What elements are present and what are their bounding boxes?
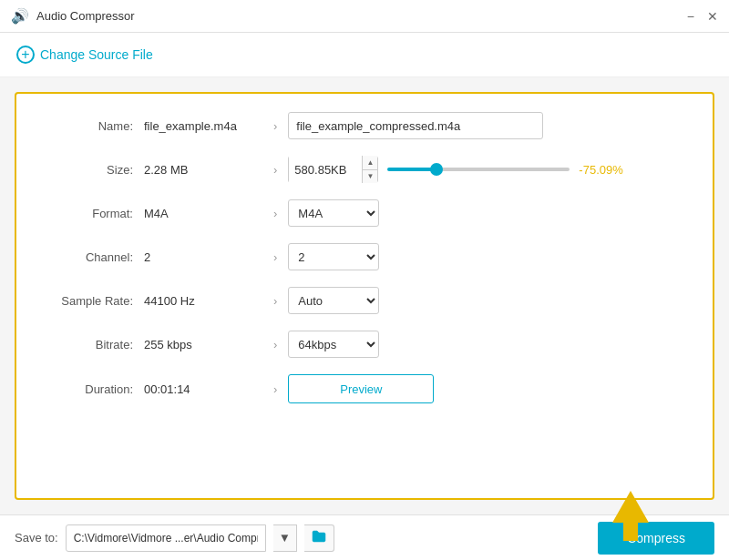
minimize-button[interactable]: − [687, 10, 694, 23]
sample-rate-select[interactable]: Auto 8000 Hz 11025 Hz 22050 Hz 44100 Hz … [288, 287, 379, 314]
spinner-up-button[interactable]: ▲ [363, 156, 377, 170]
preview-button[interactable]: Preview [288, 374, 434, 403]
sample-rate-input-area: Auto 8000 Hz 11025 Hz 22050 Hz 44100 Hz … [288, 287, 685, 314]
name-input-area [288, 112, 685, 139]
format-arrow-icon: › [273, 207, 277, 220]
sample-rate-original: 44100 Hz [144, 294, 262, 308]
format-select[interactable]: M4A MP3 AAC FLAC WAV [288, 199, 379, 227]
toolbar: + Change Source File [0, 33, 729, 77]
sample-rate-arrow-icon: › [273, 294, 277, 308]
sample-rate-label: Sample Rate: [44, 294, 144, 308]
bitrate-arrow-icon: › [273, 338, 277, 351]
name-label: Name: [44, 119, 144, 133]
folder-icon [312, 530, 326, 545]
duration-arrow-icon: › [273, 382, 277, 396]
bitrate-label: Bitrate: [44, 338, 144, 351]
app-title: Audio Compressor [36, 9, 135, 23]
size-slider[interactable] [387, 168, 570, 171]
title-bar-left: 🔊 Audio Compressor [11, 7, 135, 25]
change-source-label: Change Source File [40, 47, 153, 62]
duration-input-area: Preview [288, 374, 685, 403]
title-bar-controls: − ✕ [687, 10, 718, 23]
big-arrow-indicator [603, 491, 658, 557]
format-input-area: M4A MP3 AAC FLAC WAV [288, 199, 685, 227]
size-arrow-icon: › [273, 163, 277, 177]
channel-arrow-icon: › [273, 250, 277, 264]
save-path-dropdown-button[interactable]: ▼ [273, 524, 297, 552]
size-original: 2.28 MB [144, 163, 262, 177]
format-label: Format: [44, 207, 144, 220]
main-content: Name: file_example.m4a › Size: 2.28 MB ›… [0, 77, 729, 514]
size-input-area: ▲ ▼ -75.09% [288, 156, 685, 183]
size-label: Size: [44, 163, 144, 177]
plus-circle-icon: + [16, 46, 35, 64]
format-row: Format: M4A › M4A MP3 AAC FLAC WAV [44, 199, 685, 227]
title-bar: 🔊 Audio Compressor − ✕ [0, 0, 729, 33]
size-slider-wrap: -75.09% [387, 163, 685, 177]
bitrate-input-area: 64kbps 128kbps 192kbps 256kbps 320kbps [288, 331, 685, 358]
bottom-left: Save to: ▼ [15, 524, 334, 552]
svg-marker-0 [612, 491, 649, 541]
name-original: file_example.m4a [144, 119, 262, 133]
close-button[interactable]: ✕ [707, 10, 718, 23]
channel-input-area: 1 2 [288, 243, 685, 270]
save-path-folder-button[interactable] [304, 524, 334, 552]
chevron-down-icon: ▼ [279, 531, 291, 545]
bitrate-original: 255 kbps [144, 338, 262, 351]
sample-rate-row: Sample Rate: 44100 Hz › Auto 8000 Hz 110… [44, 287, 685, 314]
name-arrow-icon: › [273, 119, 277, 133]
file-card: Name: file_example.m4a › Size: 2.28 MB ›… [15, 92, 714, 500]
size-spinner: ▲ ▼ [288, 156, 378, 183]
name-row: Name: file_example.m4a › [44, 112, 685, 139]
channel-label: Channel: [44, 250, 144, 264]
spinner-down-button[interactable]: ▼ [363, 170, 377, 184]
format-original: M4A [144, 207, 262, 220]
save-path-input[interactable] [66, 524, 266, 552]
duration-row: Duration: 00:01:14 › Preview [44, 374, 685, 403]
save-to-label: Save to: [15, 531, 58, 545]
spinner-buttons: ▲ ▼ [362, 156, 377, 183]
channel-select[interactable]: 1 2 [288, 243, 379, 270]
app-icon: 🔊 [11, 7, 29, 25]
channel-original: 2 [144, 250, 262, 264]
channel-row: Channel: 2 › 1 2 [44, 243, 685, 270]
size-row: Size: 2.28 MB › ▲ ▼ -75.09% [44, 156, 685, 183]
compress-arrow-icon [603, 491, 658, 555]
name-input[interactable] [288, 112, 543, 139]
bitrate-select[interactable]: 64kbps 128kbps 192kbps 256kbps 320kbps [288, 331, 379, 358]
duration-label: Duration: [44, 382, 144, 396]
bitrate-row: Bitrate: 255 kbps › 64kbps 128kbps 192kb… [44, 331, 685, 358]
change-source-button[interactable]: + Change Source File [15, 42, 155, 67]
slider-percent: -75.09% [579, 163, 622, 177]
duration-original: 00:01:14 [144, 382, 262, 396]
size-spinner-input[interactable] [289, 156, 362, 183]
